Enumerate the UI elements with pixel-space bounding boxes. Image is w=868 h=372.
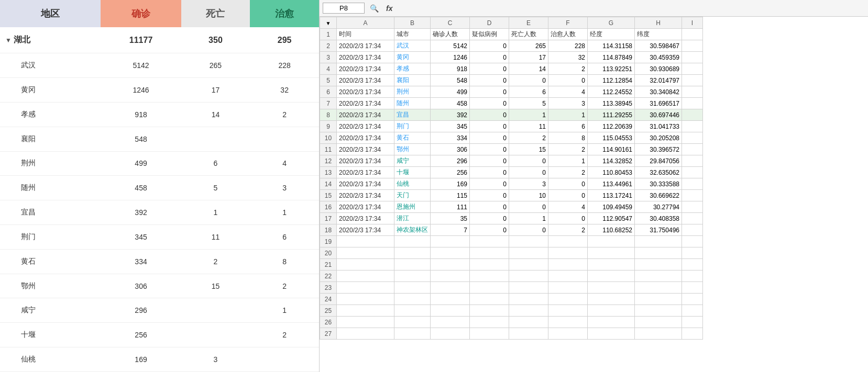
cell-empty-i [682, 224, 703, 236]
empty-cell [588, 294, 635, 305]
spreadsheet-container[interactable]: ▼ABCDEFGHI1时间城市确诊人数疑似病例死亡人数治愈人数经度纬度22020… [320, 17, 868, 372]
col-header-E: E [509, 17, 548, 29]
empty-row: 24 [320, 294, 703, 305]
cell-city: 天门 [394, 190, 431, 201]
table-row: 122020/2/3 17:34咸宁296001114.3285229.8470… [320, 155, 703, 167]
cell-quezhen: 5142 [431, 40, 470, 52]
cell-weidu: 30.396572 [635, 144, 682, 155]
cell-empty-i [682, 167, 703, 178]
city-zhiyu: 8 [250, 249, 319, 274]
city-quezhen: 256 [101, 323, 181, 347]
hubei-siwang: 350 [181, 27, 250, 53]
cell-quezhen: 35 [431, 213, 470, 224]
cell-zhiyu: 2 [548, 63, 588, 75]
empty-row: 22 [320, 270, 703, 282]
cell-jingdu: 110.68252 [588, 224, 635, 236]
search-icon[interactable]: 🔍 [368, 4, 381, 13]
formula-input[interactable] [398, 4, 865, 12]
cell-quezhen: 918 [431, 63, 470, 75]
cell-quezhen: 548 [431, 75, 470, 86]
cell-siwang: 5 [509, 98, 548, 109]
empty-cell [635, 236, 682, 247]
empty-cell [337, 317, 394, 328]
row-header-14: 14 [320, 178, 337, 190]
row-header-16: 16 [320, 201, 337, 213]
cell-yisi: 0 [470, 121, 509, 132]
cell-jingdu: 111.29255 [588, 109, 635, 121]
city-row: 仙桃 169 3 [0, 347, 319, 372]
header-cell-6: 治愈人数 [548, 29, 588, 40]
cell-zhiyu: 228 [548, 40, 588, 52]
hubei-quezhen: 11177 [101, 27, 181, 53]
cell-city: 宜昌 [394, 109, 431, 121]
row-header-27: 27 [320, 328, 337, 340]
city-siwang: 11 [181, 225, 250, 250]
city-zhiyu: 6 [250, 225, 319, 250]
cell-jingdu: 110.80453 [588, 167, 635, 178]
fx-icon: fx [384, 4, 394, 13]
city-quezhen: 169 [101, 347, 181, 372]
col-header-C: C [431, 17, 470, 29]
cell-ref-box[interactable]: P8 [323, 3, 365, 14]
cell-quezhen: 458 [431, 98, 470, 109]
cell-siwang: 0 [509, 75, 548, 86]
cell-quezhen: 392 [431, 109, 470, 121]
empty-cell [431, 247, 470, 259]
row-header-23: 23 [320, 282, 337, 294]
row-header-20: 20 [320, 247, 337, 259]
empty-cell [431, 305, 470, 317]
cell-time: 2020/2/3 17:34 [337, 190, 394, 201]
cell-yisi: 0 [470, 109, 509, 121]
cell-time: 2020/2/3 17:34 [337, 40, 394, 52]
header-cell-4: 疑似病例 [470, 29, 509, 40]
cell-time: 2020/2/3 17:34 [337, 121, 394, 132]
cell-city: 武汉 [394, 40, 431, 52]
city-row: 荆州 499 6 4 [0, 151, 319, 176]
city-quezhen: 5142 [101, 53, 181, 78]
left-panel: 地区 确诊 死亡 治愈 ▼湖北 11177 350 295 武汉 5142 26… [0, 0, 320, 372]
table-row: 92020/2/3 17:34荆门3450116112.2063931.0417… [320, 121, 703, 132]
cell-city: 荆州 [394, 86, 431, 98]
cell-time: 2020/2/3 17:34 [337, 213, 394, 224]
cell-time: 2020/2/3 17:34 [337, 178, 394, 190]
cell-quezhen: 296 [431, 155, 470, 167]
city-row: 黄石 334 2 8 [0, 249, 319, 274]
row-header-12: 12 [320, 155, 337, 167]
empty-cell [588, 236, 635, 247]
spreadsheet: ▼ABCDEFGHI1时间城市确诊人数疑似病例死亡人数治愈人数经度纬度22020… [320, 17, 703, 340]
empty-cell [337, 236, 394, 247]
cell-empty-i [682, 109, 703, 121]
table-row: 62020/2/3 17:34荆州499064112.2455230.34084… [320, 86, 703, 98]
city-zhiyu: 32 [250, 78, 319, 103]
col-header-F: F [548, 17, 588, 29]
city-zhiyu [250, 127, 319, 151]
empty-cell [588, 282, 635, 294]
cell-empty-i [682, 86, 703, 98]
city-zhiyu: 1 [250, 200, 319, 225]
city-row: 咸宁 296 1 [0, 298, 319, 323]
cell-weidu: 30.697446 [635, 109, 682, 121]
empty-cell [509, 328, 548, 340]
cell-zhiyu: 1 [548, 109, 588, 121]
row-header-13: 13 [320, 167, 337, 178]
table-row: 52020/2/3 17:34襄阳548000112.1285432.01479… [320, 75, 703, 86]
cell-weidu: 32.635062 [635, 167, 682, 178]
table-row: 152020/2/3 17:34天门1150100113.1724130.669… [320, 190, 703, 201]
table-row: 142020/2/3 17:34仙桃169030113.4496130.3335… [320, 178, 703, 190]
row-header-8: 8 [320, 109, 337, 121]
cell-empty-i [682, 121, 703, 132]
city-siwang: 265 [181, 53, 250, 78]
cell-zhiyu: 0 [548, 190, 588, 201]
cell-siwang: 0 [509, 167, 548, 178]
cell-siwang: 17 [509, 52, 548, 63]
cell-time: 2020/2/3 17:34 [337, 167, 394, 178]
cell-quezhen: 7 [431, 224, 470, 236]
cell-time: 2020/2/3 17:34 [337, 52, 394, 63]
row-header-4: 4 [320, 63, 337, 75]
row-header-15: 15 [320, 190, 337, 201]
cell-time: 2020/2/3 17:34 [337, 144, 394, 155]
cell-zhiyu: 32 [548, 52, 588, 63]
empty-cell [431, 282, 470, 294]
city-name: 孝感 [0, 102, 101, 127]
empty-cell [635, 317, 682, 328]
